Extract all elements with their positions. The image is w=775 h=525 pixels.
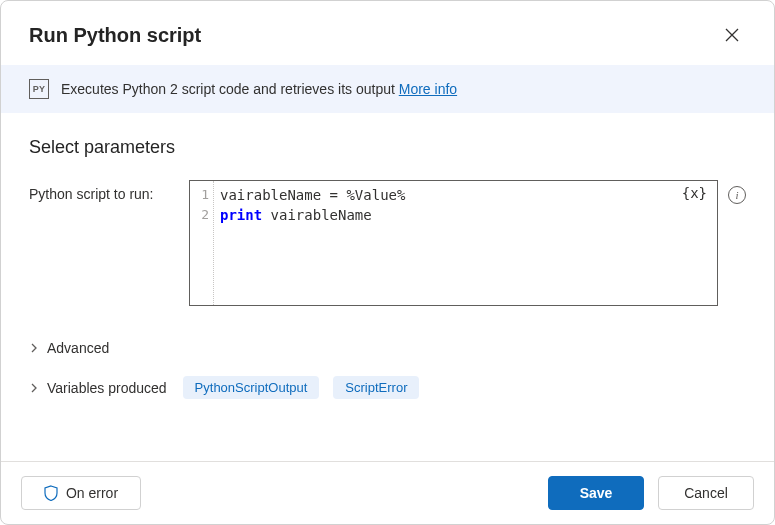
code-editor-wrap: 1 2 vairableName = %Value% print vairabl… <box>189 180 746 306</box>
advanced-label: Advanced <box>47 340 109 356</box>
field-python-script: Python script to run: 1 2 vairableName =… <box>29 180 746 306</box>
info-banner: PY Executes Python 2 script code and ret… <box>1 65 774 113</box>
variable-chips: PythonScriptOutput ScriptError <box>183 376 420 399</box>
field-label: Python script to run: <box>29 180 177 202</box>
chip-script-error[interactable]: ScriptError <box>333 376 419 399</box>
line-number: 2 <box>201 205 209 225</box>
variables-produced-label: Variables produced <box>47 380 167 396</box>
advanced-expander[interactable]: Advanced <box>29 330 746 366</box>
banner-text: Executes Python 2 script code and retrie… <box>61 81 457 97</box>
variables-produced-expander[interactable]: Variables produced PythonScriptOutput Sc… <box>29 366 746 409</box>
code-keyword: print <box>220 207 262 223</box>
dialog-run-python-script: Run Python script PY Executes Python 2 s… <box>0 0 775 525</box>
chip-python-script-output[interactable]: PythonScriptOutput <box>183 376 320 399</box>
cancel-button[interactable]: Cancel <box>658 476 754 510</box>
dialog-footer: On error Save Cancel <box>1 461 774 524</box>
python-badge-icon: PY <box>29 79 49 99</box>
code-line: vairableName = %Value% <box>220 185 711 205</box>
info-icon[interactable]: i <box>728 186 746 204</box>
line-number: 1 <box>201 185 209 205</box>
chevron-right-icon <box>29 343 39 353</box>
code-editor[interactable]: 1 2 vairableName = %Value% print vairabl… <box>189 180 718 306</box>
dialog-content: Select parameters Python script to run: … <box>1 113 774 461</box>
footer-right: Save Cancel <box>548 476 754 510</box>
dialog-title: Run Python script <box>29 24 201 47</box>
banner-text-content: Executes Python 2 script code and retrie… <box>61 81 399 97</box>
save-button[interactable]: Save <box>548 476 644 510</box>
close-button[interactable] <box>718 21 746 49</box>
more-info-link[interactable]: More info <box>399 81 457 97</box>
code-text: vairableName <box>262 207 372 223</box>
code-text: vairableName = %Value% <box>220 187 405 203</box>
section-title: Select parameters <box>29 137 746 158</box>
shield-icon <box>44 485 58 501</box>
code-lines: vairableName = %Value% print vairableNam… <box>214 181 717 305</box>
code-line: print vairableName <box>220 205 711 225</box>
close-icon <box>724 27 740 43</box>
on-error-button[interactable]: On error <box>21 476 141 510</box>
dialog-header: Run Python script <box>1 1 774 65</box>
chevron-right-icon <box>29 383 39 393</box>
line-gutter: 1 2 <box>190 181 214 305</box>
insert-variable-button[interactable]: {x} <box>680 185 709 201</box>
on-error-label: On error <box>66 485 118 501</box>
